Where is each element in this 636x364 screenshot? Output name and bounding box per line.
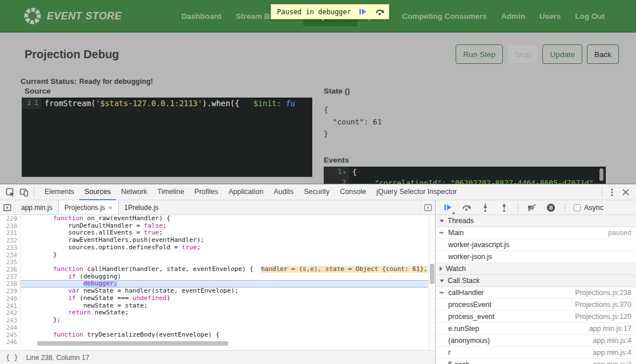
- line-number-244[interactable]: 244: [0, 324, 21, 331]
- devtools-close-icon[interactable]: [619, 186, 633, 199]
- thread-row-worker-json-js[interactable]: worker-json.js: [436, 251, 636, 263]
- close-tab-icon[interactable]: ×: [108, 204, 112, 211]
- async-toggle[interactable]: Async: [574, 204, 603, 212]
- code-line-text: runDefaultHandler = false;: [21, 223, 428, 230]
- stack-frame-r[interactable]: rapp.min.js:4: [436, 347, 636, 359]
- watch-section-header[interactable]: Watch: [436, 263, 636, 275]
- nav-item-admin[interactable]: Admin: [495, 6, 532, 26]
- vertical-scrollbar-thumb[interactable]: [430, 264, 434, 284]
- events-line-number[interactable]: 1▾: [324, 167, 349, 177]
- line-number-229[interactable]: 229: [0, 215, 21, 223]
- stack-frame-callhandler[interactable]: ➡callHandlerProjections.js:238: [436, 287, 636, 299]
- events-line-number[interactable]: 2: [324, 177, 349, 184]
- step-over-button[interactable]: [461, 203, 472, 213]
- line-number-237[interactable]: 237: [0, 273, 21, 281]
- devtools-tab-profiles[interactable]: Profiles: [190, 184, 224, 200]
- nav-item-users[interactable]: Users: [533, 6, 567, 26]
- update-button[interactable]: Update: [542, 45, 582, 64]
- line-number-231[interactable]: 231: [0, 229, 21, 237]
- stop-button[interactable]: Stop: [508, 45, 538, 64]
- file-tab-projections-js[interactable]: Projections.js×: [58, 200, 119, 215]
- thread-row-worker-javascript-js[interactable]: worker-javascript.js: [436, 239, 636, 251]
- stack-frame-e-runstep[interactable]: e.runStepapp.min.js:17: [436, 323, 636, 335]
- code-line-text: var newState = handler(state, eventEnvel…: [21, 288, 428, 295]
- devtools-tab-network[interactable]: Network: [116, 184, 152, 200]
- events-editor[interactable]: 1▾{2 "correlationId": "06202702-8827-446…: [324, 167, 606, 184]
- line-number-236[interactable]: 236: [0, 266, 21, 273]
- source-section-label: Source: [25, 87, 51, 95]
- controls-separator: [565, 203, 565, 212]
- async-label: Async: [584, 204, 603, 212]
- code-line-231: 231 sources.allEvents = true;: [0, 229, 428, 237]
- nav-item-competing-consumers[interactable]: Competing Consumers: [396, 6, 493, 26]
- collapse-triangle-icon: [440, 220, 444, 223]
- nav-item-dashboard[interactable]: Dashboard: [175, 6, 228, 26]
- threads-section-header[interactable]: Threads: [436, 215, 636, 227]
- horizontal-scrollbar-thumb[interactable]: [37, 341, 228, 346]
- stack-frame-processevent[interactable]: processEventProjections.js:370: [436, 299, 636, 311]
- deactivate-breakpoints-button[interactable]: [527, 203, 537, 213]
- file-tab-label: 1Prelude.js: [124, 204, 159, 212]
- line-number-243[interactable]: 243: [0, 317, 21, 324]
- devtools-tab-security[interactable]: Security: [299, 184, 335, 200]
- devtools-tab-timeline[interactable]: Timeline: [152, 184, 190, 200]
- devtools-tab-sources[interactable]: Sources: [79, 184, 116, 200]
- line-number-240[interactable]: 240: [0, 295, 21, 302]
- current-status-label: Current Status:: [21, 77, 77, 86]
- events-scrollbar-thumb[interactable]: [599, 168, 603, 181]
- show-navigator-icon[interactable]: [0, 200, 15, 215]
- devtools-tab-console[interactable]: Console: [335, 184, 371, 200]
- inspect-element-icon[interactable]: [3, 186, 17, 199]
- file-tab-app-min-js[interactable]: app.min.js: [15, 200, 58, 215]
- step-out-button[interactable]: [499, 203, 509, 213]
- resume-script-button[interactable]: [442, 203, 453, 213]
- code-line-234: 234 }: [0, 252, 428, 259]
- resume-script-icon[interactable]: [357, 6, 368, 18]
- device-toolbar-icon[interactable]: [17, 186, 31, 199]
- code-line-text: [21, 324, 428, 331]
- watch-title: Watch: [446, 265, 466, 273]
- line-number-241[interactable]: 241: [0, 302, 21, 310]
- line-number-242[interactable]: 242: [0, 309, 21, 317]
- stack-frame-each[interactable]: $.eachapp.min.js:3: [436, 359, 636, 364]
- line-number-245[interactable]: 245: [0, 331, 21, 339]
- nav-item-log-out[interactable]: Log Out: [569, 6, 611, 26]
- line-number-230[interactable]: 230: [0, 223, 21, 230]
- vertical-scrollbar[interactable]: [428, 215, 435, 350]
- frame-location: app.min.js:17: [589, 325, 631, 333]
- line-number-232[interactable]: 232: [0, 237, 21, 244]
- back-button[interactable]: Back: [587, 45, 619, 64]
- line-number-235[interactable]: 235: [0, 258, 21, 266]
- pause-on-exceptions-button[interactable]: [546, 203, 556, 213]
- code-line-text: [21, 258, 428, 266]
- run-step-button[interactable]: Run Step: [456, 45, 502, 64]
- step-over-icon[interactable]: [374, 6, 385, 18]
- devtools-tab-audits[interactable]: Audits: [268, 184, 299, 200]
- line-number-246[interactable]: 246: [0, 338, 21, 346]
- line-number-239[interactable]: 239: [0, 288, 21, 295]
- file-tabs: app.min.jsProjections.js×1Prelude.js: [15, 200, 164, 215]
- devtools-tab-elements[interactable]: Elements: [39, 184, 79, 200]
- async-checkbox[interactable]: [574, 204, 581, 211]
- controls-separator: [518, 203, 518, 212]
- pretty-print-icon[interactable]: { }: [6, 354, 18, 362]
- stack-frame-anonymous[interactable]: (anonymous)app.min.js:4: [436, 335, 636, 347]
- source-code-editor[interactable]: i1 fromStream('$stats-127.0.0.1:2113').w…: [22, 98, 312, 177]
- line-number-238[interactable]: 238: [0, 280, 21, 288]
- event-store-logo[interactable]: EVENT STORE: [24, 7, 122, 25]
- more-tabs-icon[interactable]: [420, 200, 435, 215]
- line-number-234[interactable]: 234: [0, 252, 21, 259]
- line-number-233[interactable]: 233: [0, 244, 21, 252]
- devtools-code-editor[interactable]: 229 function on_raw(eventHandler) {230 r…: [0, 215, 428, 350]
- stack-frame-process-event[interactable]: process_eventProjections.js:120: [436, 311, 636, 323]
- file-tab-1prelude-js[interactable]: 1Prelude.js: [119, 200, 164, 215]
- devtools-tab-jquery-selector-inspector[interactable]: jQuery Selector Inspector: [371, 184, 462, 200]
- code-line-text: debugger;: [21, 280, 428, 288]
- call-stack-section-header[interactable]: Call Stack: [436, 275, 636, 287]
- step-into-button[interactable]: [480, 203, 490, 213]
- devtools-tab-application[interactable]: Application: [223, 184, 268, 200]
- current-status-value: Ready for debugging!: [79, 78, 153, 86]
- thread-row-main[interactable]: ➡Mainpaused: [436, 227, 636, 239]
- devtools-menu-icon[interactable]: [605, 186, 619, 199]
- fold-caret-icon[interactable]: ▾: [343, 169, 346, 175]
